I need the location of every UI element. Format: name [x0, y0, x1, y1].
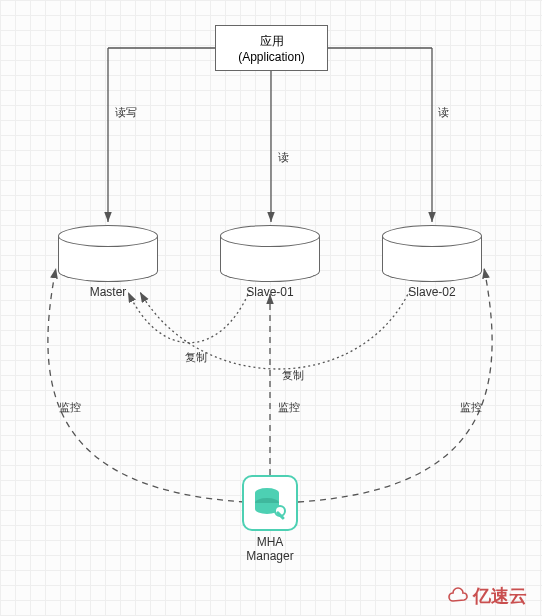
- edge-label-monitor1: 监控: [59, 400, 81, 415]
- mha-manager-node: [242, 475, 298, 531]
- edge-label-monitor2: 监控: [278, 400, 300, 415]
- edge-label-rw: 读写: [115, 105, 137, 120]
- edge-label-monitor3: 监控: [460, 400, 482, 415]
- slave02-label: Slave-02: [382, 285, 482, 299]
- edge-label-read2: 读: [438, 105, 449, 120]
- slave02-db-node: Slave-02: [382, 225, 482, 315]
- mha-label-line2: Manager: [200, 549, 340, 563]
- mha-label: MHA Manager: [200, 535, 340, 563]
- cloud-icon: [447, 587, 469, 605]
- database-icon: [58, 225, 158, 285]
- watermark: 亿速云: [447, 584, 527, 608]
- application-node: 应用 (Application): [215, 25, 328, 71]
- edge-label-read1: 读: [278, 150, 289, 165]
- master-label: Master: [58, 285, 158, 299]
- master-db-node: Master: [58, 225, 158, 315]
- edge-label-replicate2: 复制: [282, 368, 304, 383]
- app-label-cn: 应用: [216, 33, 327, 50]
- edge-label-replicate1: 复制: [185, 350, 207, 365]
- slave01-db-node: Slave-01: [220, 225, 320, 315]
- database-icon: [220, 225, 320, 285]
- database-tool-icon: [250, 483, 290, 523]
- app-label-en: (Application): [216, 50, 327, 64]
- watermark-text: 亿速云: [473, 584, 527, 608]
- database-icon: [382, 225, 482, 285]
- mha-label-line1: MHA: [200, 535, 340, 549]
- slave01-label: Slave-01: [220, 285, 320, 299]
